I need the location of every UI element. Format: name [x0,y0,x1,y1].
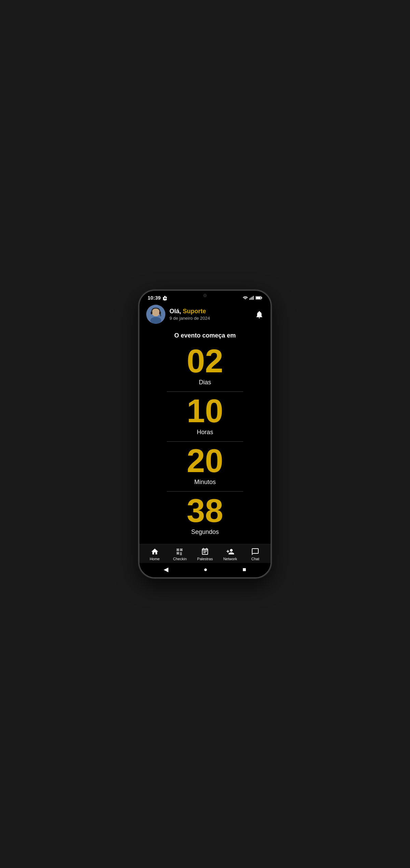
divider-2 [167,441,243,442]
nav-label-network: Network [223,557,237,561]
signal-icon [249,296,254,300]
divider-1 [167,391,243,392]
qr-icon [176,548,184,556]
status-icons [243,296,262,300]
bell-icon[interactable] [255,309,264,319]
header-date: 9 de janeiro de 2024 [169,316,255,321]
home-button[interactable]: ● [204,566,207,573]
nav-item-network[interactable]: Network [221,548,240,561]
notch [191,291,219,300]
person-add-icon [226,548,234,556]
camera-dot [203,294,207,297]
greeting-prefix: Olá, [169,308,183,315]
chat-icon [251,548,259,556]
countdown-days-value: 02 [187,345,223,377]
event-label: O evento começa em [174,332,236,339]
svg-rect-2 [252,297,252,300]
countdown-minutes-value: 20 [187,444,223,477]
svg-rect-3 [253,296,254,300]
screen: 10:39 [139,291,271,577]
wifi-icon [243,296,248,300]
nav-label-checkin: Checkin [173,557,187,561]
svg-rect-5 [261,297,262,298]
greeting-name: Suporte [183,308,206,315]
countdown-seconds-block: 38 Segundos [146,494,264,538]
countdown-minutes-block: 20 Minutos [146,444,264,488]
divider-3 [167,491,243,492]
status-time: 10:39 [148,295,161,301]
avatar-image [146,305,165,324]
nav-item-chat[interactable]: Chat [246,548,265,561]
nav-item-palestras[interactable]: Palestras [195,548,215,561]
countdown-hours-unit: Horas [197,429,213,436]
countdown-days-unit: Dias [199,379,211,386]
bell-svg [255,310,264,319]
header-info: Olá, Suporte 9 de janeiro de 2024 [169,308,255,321]
svg-rect-6 [256,297,260,299]
nav-label-home: Home [150,557,160,561]
back-button[interactable]: ◀ [164,566,168,573]
nav-item-home[interactable]: Home [145,548,164,561]
gear-icon [163,295,167,300]
svg-rect-10 [151,312,152,314]
nav-label-palestras: Palestras [197,557,213,561]
calendar-icon [201,548,209,556]
home-icon [151,548,159,556]
countdown-seconds-unit: Segundos [191,528,219,536]
countdown-hours-block: 10 Horas [146,395,264,439]
battery-icon [256,296,262,300]
bottom-nav: Home Checkin Palestras [139,544,271,563]
recents-button[interactable]: ■ [243,566,246,573]
countdown-hours-value: 10 [187,395,223,427]
svg-rect-1 [251,297,251,300]
avatar [146,305,165,324]
svg-rect-0 [249,298,250,300]
system-nav: ◀ ● ■ [139,563,271,577]
svg-point-8 [150,317,161,324]
main-content: O evento começa em 02 Dias 10 Horas 20 M… [139,327,271,544]
countdown-seconds-value: 38 [187,494,223,527]
nav-label-chat: Chat [251,557,259,561]
phone-frame: 10:39 [138,290,272,578]
countdown-days-block: 02 Dias [146,345,264,389]
nav-item-checkin[interactable]: Checkin [170,548,189,561]
countdown-minutes-unit: Minutos [194,479,216,486]
header: Olá, Suporte 9 de janeiro de 2024 [139,302,271,327]
greeting: Olá, Suporte [169,308,255,315]
